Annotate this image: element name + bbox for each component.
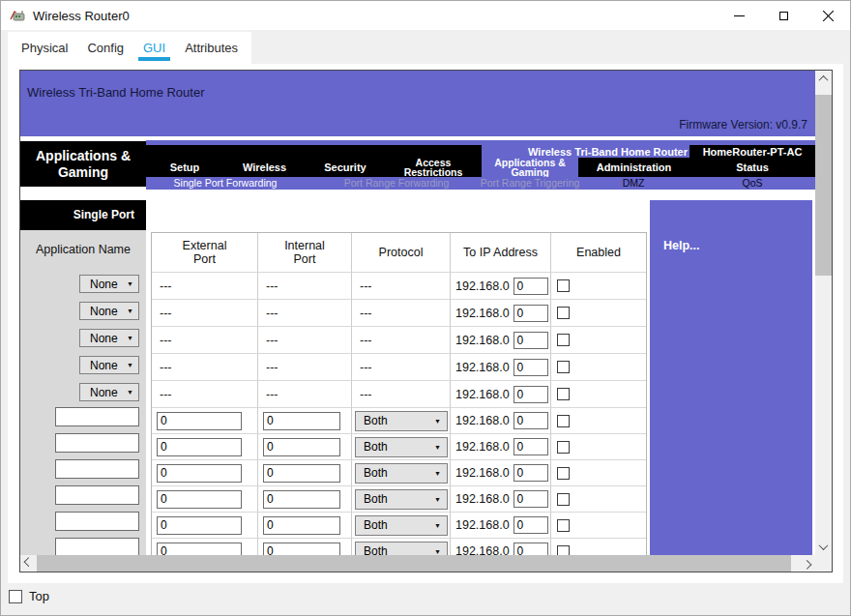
internal-port-input[interactable]: [263, 516, 340, 535]
nav-brand-row: Wireless Tri-Band Home Router HomeRouter…: [146, 145, 815, 158]
minimize-button[interactable]: [717, 1, 761, 30]
application-name-input[interactable]: [55, 459, 139, 479]
help-panel[interactable]: Help...: [650, 200, 812, 555]
ip-last-octet-input[interactable]: [514, 438, 548, 455]
nav-item-applications-gaming[interactable]: Applications & Gaming: [482, 158, 578, 177]
application-name-input[interactable]: [55, 512, 139, 531]
table-row: --- --- --- 192.168.0: [152, 272, 646, 299]
external-port-input[interactable]: [157, 490, 242, 509]
nav-item-wireless[interactable]: Wireless: [223, 158, 306, 177]
application-select-value: None: [90, 332, 118, 345]
internal-port-input[interactable]: [263, 438, 340, 456]
external-port-input[interactable]: [157, 516, 242, 535]
ip-last-octet-input[interactable]: [514, 516, 548, 534]
internal-port-input[interactable]: [263, 412, 340, 430]
protocol-value: ---: [352, 388, 372, 401]
enabled-checkbox[interactable]: [557, 279, 570, 292]
ip-last-octet-input[interactable]: [514, 464, 548, 482]
protocol-select[interactable]: Both▼: [355, 489, 448, 510]
application-select[interactable]: None▼: [79, 383, 139, 401]
table-row: --- --- --- 192.168.0: [152, 299, 646, 326]
internal-port-input[interactable]: [263, 543, 340, 556]
protocol-select[interactable]: Both▼: [355, 463, 448, 484]
application-select[interactable]: None▼: [79, 275, 139, 293]
dropdown-arrow-icon: ▼: [434, 522, 441, 529]
ip-last-octet-input[interactable]: [514, 490, 548, 508]
enabled-checkbox[interactable]: [557, 493, 570, 506]
table-header-row: External Port Internal Port Protocol To …: [152, 233, 646, 272]
application-name-column: Single Port Application Name None▼ None▼…: [20, 200, 146, 555]
ip-last-octet-input[interactable]: [514, 305, 548, 322]
dropdown-arrow-icon: ▼: [434, 548, 441, 555]
ip-last-octet-input[interactable]: [514, 359, 548, 376]
external-port-input[interactable]: [157, 438, 242, 456]
nav-item-access-restrictions[interactable]: Access Restrictions: [385, 158, 482, 177]
scroll-down-button[interactable]: [815, 539, 832, 555]
protocol-select-value: Both: [364, 440, 388, 454]
application-select[interactable]: None▼: [79, 329, 139, 347]
enabled-checkbox[interactable]: [557, 467, 570, 480]
application-select-value: None: [90, 305, 118, 318]
application-name-input[interactable]: [55, 485, 139, 505]
application-name-input[interactable]: [55, 433, 139, 453]
protocol-select[interactable]: Both▼: [355, 542, 448, 556]
enabled-checkbox[interactable]: [557, 307, 570, 319]
subnav-dmz[interactable]: DMZ: [623, 177, 645, 190]
ip-last-octet-input[interactable]: [514, 412, 548, 429]
application-select[interactable]: None▼: [79, 356, 139, 374]
scroll-right-button[interactable]: [799, 555, 815, 572]
protocol-select[interactable]: Both▼: [355, 437, 448, 457]
scroll-up-button[interactable]: [815, 71, 832, 87]
external-port-input[interactable]: [157, 412, 242, 430]
ip-last-octet-input[interactable]: [514, 543, 548, 555]
ip-last-octet-input[interactable]: [514, 278, 548, 295]
internal-port-input[interactable]: [263, 490, 340, 509]
enabled-checkbox[interactable]: [557, 519, 570, 532]
application-select[interactable]: None▼: [79, 302, 139, 320]
nav-item-security[interactable]: Security: [306, 158, 385, 177]
subnav-single-port-forwarding[interactable]: Single Port Forwarding: [174, 177, 278, 190]
external-port-input[interactable]: [157, 464, 242, 483]
internal-port-value: ---: [258, 307, 279, 320]
ip-last-octet-input[interactable]: [514, 332, 548, 349]
enabled-checkbox[interactable]: [557, 388, 570, 400]
tab-gui[interactable]: GUI: [133, 32, 175, 64]
tab-physical[interactable]: Physical: [12, 32, 77, 64]
scroll-left-button[interactable]: [20, 555, 37, 572]
nav-item-administration[interactable]: Administration: [578, 158, 690, 177]
nav-item-status[interactable]: Status: [690, 158, 815, 177]
close-button[interactable]: [806, 1, 850, 30]
external-port-input[interactable]: [157, 543, 242, 556]
enabled-checkbox[interactable]: [557, 441, 570, 454]
ip-prefix: 192.168.0: [451, 307, 510, 320]
tab-attributes[interactable]: Attributes: [175, 32, 248, 64]
protocol-value: ---: [352, 361, 372, 374]
enabled-checkbox[interactable]: [557, 545, 570, 556]
vertical-scrollbar-thumb[interactable]: [815, 95, 832, 276]
tab-config[interactable]: Config: [77, 32, 133, 64]
ip-prefix: 192.168.0: [451, 492, 510, 506]
internal-port-input[interactable]: [263, 464, 340, 483]
protocol-select[interactable]: Both▼: [355, 515, 448, 536]
application-name-input[interactable]: [55, 538, 139, 555]
protocol-value: ---: [352, 307, 372, 320]
vertical-scrollbar[interactable]: [815, 71, 832, 555]
enabled-checkbox[interactable]: [557, 415, 570, 427]
horizontal-scrollbar-thumb[interactable]: [37, 555, 791, 572]
enabled-checkbox[interactable]: [557, 361, 570, 373]
subnav-port-range-forwarding[interactable]: Port Range Forwarding: [344, 177, 450, 190]
nav-item-setup[interactable]: Setup: [146, 158, 223, 177]
subnav-qos[interactable]: QoS: [742, 177, 762, 190]
window-title: Wireless Router0: [33, 9, 130, 23]
external-port-value: ---: [152, 388, 172, 401]
maximize-button[interactable]: [761, 1, 806, 30]
chevron-left-icon: [24, 557, 34, 567]
horizontal-scrollbar[interactable]: [20, 555, 815, 572]
top-checkbox[interactable]: [9, 590, 22, 603]
protocol-select[interactable]: Both▼: [355, 411, 448, 431]
application-name-input[interactable]: [55, 407, 139, 426]
ip-last-octet-input[interactable]: [514, 386, 548, 403]
subnav-port-range-triggering[interactable]: Port Range Triggering: [481, 177, 580, 190]
dropdown-arrow-icon: ▼: [434, 444, 441, 451]
enabled-checkbox[interactable]: [557, 334, 570, 346]
